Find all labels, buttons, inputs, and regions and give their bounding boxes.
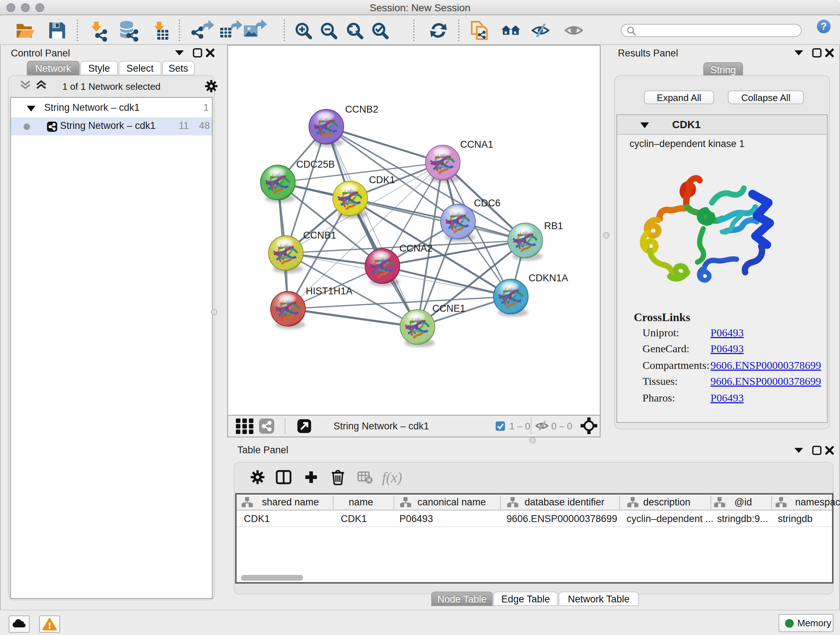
svg-text:CCNA2: CCNA2 xyxy=(399,243,433,254)
svg-text:CCNE1: CCNE1 xyxy=(432,303,466,314)
svg-text:CCNA1: CCNA1 xyxy=(460,139,493,150)
svg-text:HIST1H1A: HIST1H1A xyxy=(306,286,352,296)
svg-text:CDK1: CDK1 xyxy=(369,174,395,185)
svg-text:0 – 0: 0 – 0 xyxy=(551,421,572,432)
svg-text:1 – 0: 1 – 0 xyxy=(509,421,531,432)
svg-text:CDC6: CDC6 xyxy=(474,198,501,209)
svg-text:CDC25B: CDC25B xyxy=(296,159,335,170)
svg-text:f(x): f(x) xyxy=(382,469,402,486)
svg-text:CDKN1A: CDKN1A xyxy=(529,272,568,283)
svg-text:CCNB1: CCNB1 xyxy=(303,230,336,241)
svg-text:CCNB2: CCNB2 xyxy=(345,104,378,115)
svg-text:RB1: RB1 xyxy=(544,220,563,231)
